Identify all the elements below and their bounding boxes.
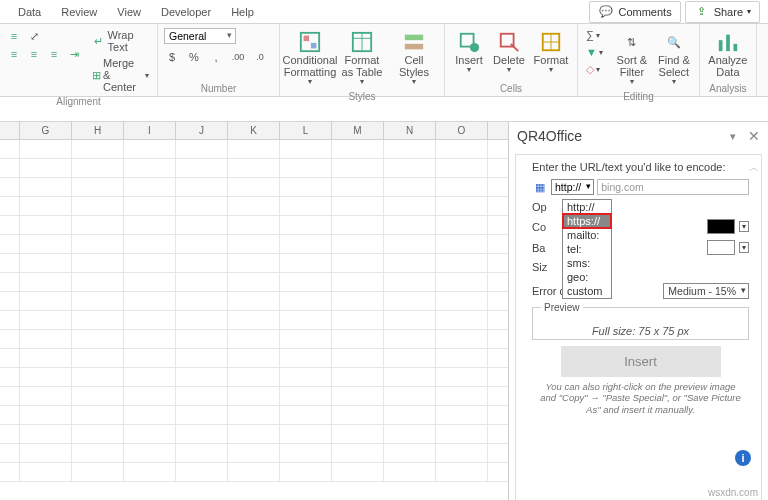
grid-row[interactable] [0, 254, 508, 273]
group-number: General $ % , .00 .0 Number [158, 24, 280, 96]
sigma-icon: ∑ [586, 29, 594, 41]
insert-button[interactable]: Insert [561, 346, 721, 377]
insert-icon [457, 30, 481, 54]
grid-row[interactable] [0, 140, 508, 159]
preview-legend: Preview [541, 302, 583, 313]
merge-center-button[interactable]: ⊞Merge & Center ▾ [90, 56, 151, 94]
tab-developer[interactable]: Developer [151, 2, 221, 22]
url-input[interactable]: bing.com [597, 179, 749, 195]
column-header[interactable]: N [384, 122, 436, 139]
delete-cells-button[interactable]: Delete▾ [491, 28, 527, 77]
decrease-decimal-icon[interactable]: .0 [252, 49, 268, 65]
number-format-combo[interactable]: General [164, 28, 236, 44]
dropdown-option[interactable]: mailto: [563, 228, 611, 242]
conditional-formatting-button[interactable]: Conditional Formatting▾ [286, 28, 334, 89]
column-header[interactable]: O [436, 122, 488, 139]
align-top-icon[interactable]: ≡ [6, 28, 22, 44]
wrap-text-button[interactable]: ↵Wrap Text [90, 28, 151, 54]
dropdown-option[interactable]: custom [563, 284, 611, 298]
dropdown-option[interactable]: https:// [563, 214, 611, 228]
grid-row[interactable] [0, 216, 508, 235]
info-icon[interactable]: i [735, 450, 751, 466]
grid-row[interactable] [0, 311, 508, 330]
column-header[interactable]: I [124, 122, 176, 139]
grid-row[interactable] [0, 178, 508, 197]
comma-icon[interactable]: , [208, 49, 224, 65]
find-icon: 🔍 [662, 30, 686, 54]
column-header[interactable]: J [176, 122, 228, 139]
protocol-select[interactable]: http:// [551, 179, 594, 195]
dropdown-option[interactable]: tel: [563, 242, 611, 256]
tab-review[interactable]: Review [51, 2, 107, 22]
sort-filter-button[interactable]: ⇅Sort & Filter▾ [613, 28, 651, 89]
column-header[interactable]: G [20, 122, 72, 139]
tab-help[interactable]: Help [221, 2, 264, 22]
delete-icon [497, 30, 521, 54]
merge-icon: ⊞ [92, 67, 101, 83]
align-right-icon[interactable]: ≡ [46, 46, 62, 62]
column-header[interactable]: K [228, 122, 280, 139]
tab-data[interactable]: Data [8, 2, 51, 22]
column-header[interactable]: H [72, 122, 124, 139]
tab-view[interactable]: View [107, 2, 151, 22]
grid-row[interactable] [0, 463, 508, 482]
svg-rect-2 [311, 43, 317, 48]
svg-point-9 [470, 43, 479, 52]
preview-size-label: Full size: 75 x 75 px [537, 325, 744, 337]
grid-row[interactable] [0, 159, 508, 178]
dropdown-option[interactable]: geo: [563, 270, 611, 284]
fill-button[interactable]: ▼▾ [584, 45, 605, 59]
dropdown-option[interactable]: http:// [563, 200, 611, 214]
format-table-button[interactable]: Format as Table▾ [338, 28, 386, 89]
orientation-icon[interactable]: ⤢ [26, 28, 42, 44]
hint-text: You can also right-click on the preview … [532, 381, 749, 419]
close-icon[interactable]: ✕ [748, 128, 760, 144]
grid-row[interactable] [0, 292, 508, 311]
eraser-icon: ◇ [586, 63, 594, 76]
share-button[interactable]: ⇪Share ▾ [685, 1, 760, 23]
watermark: wsxdn.com [708, 487, 758, 498]
dropdown-option[interactable]: sms: [563, 256, 611, 270]
format-icon [539, 30, 563, 54]
increase-decimal-icon[interactable]: .00 [230, 49, 246, 65]
column-headers: GHIJKLMNO [0, 122, 508, 140]
qr-icon: ▦ [532, 179, 548, 195]
option-co-label: Co [532, 221, 558, 233]
grid-row[interactable] [0, 444, 508, 463]
grid-row[interactable] [0, 349, 508, 368]
scroll-up-icon[interactable]: ︿ [749, 161, 759, 175]
currency-icon[interactable]: $ [164, 49, 180, 65]
indent-icon[interactable]: ⇥ [66, 46, 82, 62]
grid-row[interactable] [0, 387, 508, 406]
grid-row[interactable] [0, 273, 508, 292]
protocol-dropdown[interactable]: http://https://mailto:tel:sms:geo:custom [562, 199, 612, 299]
grid-row[interactable] [0, 197, 508, 216]
column-header[interactable]: M [332, 122, 384, 139]
align-center-icon[interactable]: ≡ [26, 46, 42, 62]
error-correction-select[interactable]: Medium - 15% [663, 283, 749, 299]
column-header[interactable]: L [280, 122, 332, 139]
format-cells-button[interactable]: Format▾ [531, 28, 571, 77]
find-select-button[interactable]: 🔍Find & Select▾ [655, 28, 693, 89]
task-pane: QR4Office ▾ ✕ ︿ Enter the URL/text you'd… [508, 122, 768, 500]
pane-menu-icon[interactable]: ▾ [730, 130, 736, 143]
autosum-button[interactable]: ∑▾ [584, 28, 605, 42]
table-icon [350, 30, 374, 54]
insert-cells-button[interactable]: Insert▾ [451, 28, 487, 77]
align-left-icon[interactable]: ≡ [6, 46, 22, 62]
svg-rect-1 [304, 36, 310, 42]
color-well-dark[interactable] [707, 219, 735, 234]
grid-row[interactable] [0, 330, 508, 349]
comments-button[interactable]: 💬Comments [589, 1, 680, 23]
worksheet-grid[interactable]: GHIJKLMNO [0, 122, 508, 500]
percent-icon[interactable]: % [186, 49, 202, 65]
grid-row[interactable] [0, 368, 508, 387]
grid-row[interactable] [0, 235, 508, 254]
color-well-light[interactable] [707, 240, 735, 255]
clear-button[interactable]: ◇▾ [584, 62, 605, 77]
grid-row[interactable] [0, 425, 508, 444]
analyze-data-button[interactable]: Analyze Data [706, 28, 750, 80]
grid-row[interactable] [0, 406, 508, 425]
cell-styles-button[interactable]: Cell Styles▾ [390, 28, 438, 89]
group-cells: Insert▾ Delete▾ Format▾ Cells [445, 24, 578, 96]
